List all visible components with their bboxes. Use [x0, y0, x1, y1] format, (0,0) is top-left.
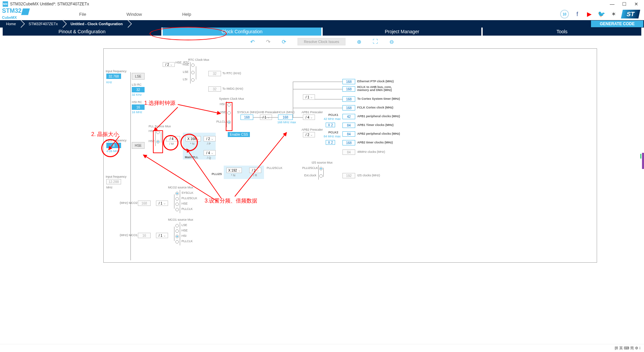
facebook-icon[interactable]: f: [574, 10, 581, 18]
pclk1-max: 42 MHz max: [324, 117, 341, 121]
mco1-src-lse: LSE: [181, 223, 187, 227]
breadcrumb-page[interactable]: Untitled - Clock Configuration: [64, 20, 127, 28]
out-hclk-label: HCLK to AHB bus, core, memory and DMA (M…: [357, 86, 394, 92]
annotation-rect-pllmux: [153, 130, 163, 153]
i2s-radio-ext[interactable]: [319, 174, 323, 178]
annotation-circle-plln: [180, 134, 198, 151]
breadcrumb-chip[interactable]: STM32F407ZETx: [22, 20, 62, 28]
mco1-radio-hsi[interactable]: [175, 235, 179, 238]
rtc-radio-hse[interactable]: [191, 63, 195, 67]
plli2s-n[interactable]: X 192: [226, 168, 242, 173]
zoom-in-icon[interactable]: ⊕: [357, 39, 361, 45]
mco2-src-plli2s: PLLI2SCLK: [181, 196, 197, 200]
annotation-ellipse-tab: [150, 27, 227, 40]
out-cortex-label: To Cortex System timer (MHz): [357, 97, 400, 100]
hse-box: HSE: [132, 142, 145, 149]
side-indicator-dot-icon: [640, 154, 641, 159]
tab-project-manager[interactable]: Project Manager: [323, 28, 481, 36]
i2s-unit: MHz: [106, 186, 113, 189]
i2s-input: 12.288: [106, 179, 121, 184]
plli2s-n-sub: * N: [231, 174, 235, 177]
tab-pinout[interactable]: Pinout & Configuration: [3, 28, 161, 36]
rtc-hse-div[interactable]: / 2: [163, 62, 175, 67]
mco2-div[interactable]: / 1: [156, 201, 168, 206]
youtube-icon[interactable]: ▶: [586, 10, 593, 18]
out-apb1t-label: APB1 Timer clocks (MHz): [357, 123, 393, 127]
maximize-button[interactable]: ☐: [622, 2, 627, 6]
out-apb2t-label: APB2 timer clocks (MHz): [357, 141, 393, 144]
lse-unit: KHz: [106, 81, 112, 84]
undo-icon[interactable]: ↶: [250, 39, 255, 45]
out-cortex: 168: [342, 96, 355, 102]
iwdg-out-label: To IWDG (KHz): [222, 87, 243, 90]
twitter-icon[interactable]: 🐦: [598, 10, 605, 18]
menu-help[interactable]: Help: [182, 12, 191, 17]
mco1-radio-lse[interactable]: [175, 224, 179, 227]
app-icon: MX: [3, 1, 8, 7]
network-icon[interactable]: ✶: [610, 10, 617, 18]
zoom-out-icon[interactable]: ⊖: [389, 39, 394, 45]
pllq-select[interactable]: / 4: [204, 150, 216, 156]
st-logo-icon: ST: [621, 10, 640, 18]
mco2-radio-sysclk[interactable]: [175, 192, 179, 195]
anniversary-badge-icon: 10: [560, 10, 569, 18]
mco2-radio-pllclk[interactable]: [175, 208, 179, 211]
annotation-circle-pllm: [163, 135, 178, 150]
mco2-mux-label: MCO2 source Mux: [168, 186, 193, 189]
mco2-radio-hse[interactable]: [175, 203, 179, 206]
mco1-src-hse: HSE: [181, 229, 188, 232]
side-indicator-icon: [642, 153, 644, 169]
out-48: 84: [342, 149, 355, 155]
cortex-div-select[interactable]: / 1: [303, 94, 315, 100]
close-button[interactable]: ✕: [634, 2, 639, 6]
menu-file[interactable]: File: [79, 12, 86, 17]
lsi-unit: 32 KHz: [132, 93, 142, 96]
mco1-val: 16: [138, 233, 151, 238]
lsi-label: LSI RC: [132, 83, 142, 86]
mco2-label: (MHz) MCO2: [120, 201, 138, 205]
mco1-div[interactable]: / 1: [156, 233, 168, 238]
pclk1-label: PCLK1: [328, 113, 338, 117]
x2-apb1: X 2: [326, 123, 335, 127]
redo-icon[interactable]: ↷: [266, 39, 270, 45]
breadcrumb-home[interactable]: Home: [0, 20, 20, 28]
pllp-sub: / P: [207, 142, 211, 145]
hsi-label: HSI RC: [132, 100, 142, 104]
resolve-clock-issues-button: Resolve Clock Issues: [298, 38, 345, 45]
mco2-src-pllclk: PLLCLK: [181, 207, 193, 211]
rtc-out: 32: [208, 71, 221, 76]
hse-rtc-label: HSE_RTC: [175, 61, 190, 64]
mco1-radio-hse[interactable]: [175, 229, 179, 233]
mco1-src-hsi: HSI: [181, 234, 186, 237]
pllq-sub: / Q: [207, 156, 211, 160]
hclk-input[interactable]: 168: [278, 115, 293, 120]
lse-box: LSE: [132, 73, 145, 80]
fit-icon[interactable]: ⛶: [373, 39, 378, 45]
rtc-out-label: To RTC (KHz): [222, 72, 241, 75]
refresh-icon[interactable]: ⟳: [282, 39, 286, 45]
menu-bar: File Window Help: [79, 12, 191, 17]
minimize-button[interactable]: —: [610, 2, 614, 6]
lsi-value: 32: [132, 87, 145, 92]
generate-code-button[interactable]: GENERATE CODE: [591, 20, 643, 27]
out-apb1p: 42: [342, 114, 355, 119]
hsi-value: 16: [132, 104, 145, 110]
ime-status[interactable]: 拼 英 ⌨ 简 ⚙ ⁞: [614, 346, 644, 351]
mco1-radio-pllclk[interactable]: [175, 240, 179, 244]
out-hclk: 168: [342, 86, 355, 92]
rtc-radio-lse[interactable]: [191, 71, 195, 74]
pllp-select[interactable]: / 2: [204, 136, 216, 141]
enable-css-button[interactable]: Enable CSS: [228, 132, 250, 137]
breadcrumb: Home STM32F407ZETx Untitled - Clock Conf…: [0, 20, 644, 28]
lse-input[interactable]: 32.768: [106, 74, 121, 79]
clock-canvas[interactable]: Input frequency 32.768 KHz LSE LSI RC 32…: [103, 48, 597, 263]
sysclk-value: 168: [240, 115, 253, 120]
i2s-radio-plli2sclk[interactable]: [319, 167, 323, 170]
mco2-radio-plli2s[interactable]: [175, 197, 179, 201]
menu-window[interactable]: Window: [126, 12, 142, 17]
apb1-select[interactable]: / 4: [303, 115, 315, 120]
window-titlebar: MX STM32CubeMX Untitled*: STM32F407ZETx …: [0, 0, 644, 8]
tab-tools[interactable]: Tools: [483, 28, 641, 36]
rtc-radio-lsi[interactable]: [191, 78, 195, 82]
apb2-select[interactable]: / 2: [303, 132, 315, 137]
